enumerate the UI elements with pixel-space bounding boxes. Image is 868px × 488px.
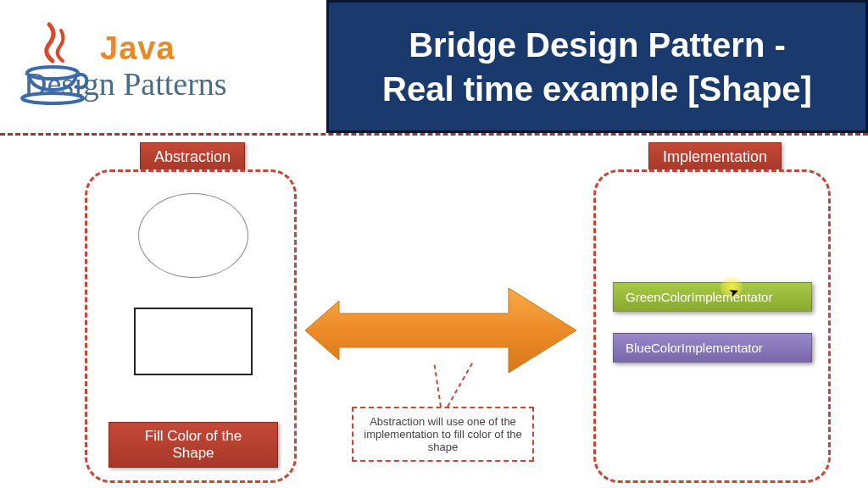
green-implementator-box: GreenColorImplementator <box>613 282 812 312</box>
svg-line-4 <box>448 362 473 407</box>
title-box: Bridge Design Pattern - Real time exampl… <box>326 0 868 133</box>
header: Java Design Patterns Bridge Design Patte… <box>0 0 868 136</box>
logo-java-text: Java <box>100 30 227 67</box>
logo-area: Java Design Patterns <box>0 0 326 133</box>
blue-implementator-box: BlueColorImplementator <box>613 333 812 363</box>
java-cup-icon <box>17 20 93 114</box>
fill-color-label: Fill Color of the Shape <box>108 422 278 468</box>
title-line-1: Bridge Design Pattern - <box>409 23 786 67</box>
svg-point-1 <box>22 93 83 103</box>
svg-line-3 <box>434 362 441 407</box>
circle-shape-icon <box>138 193 248 278</box>
abstraction-panel: Fill Color of the Shape <box>85 169 297 483</box>
implementation-panel: GreenColorImplementator BlueColorImpleme… <box>593 169 831 483</box>
diagram-canvas: Abstraction Implementation Fill Color of… <box>0 136 868 488</box>
note-connector-icon <box>432 360 483 411</box>
logo-text: Java Design Patterns <box>100 30 227 103</box>
title-line-2: Real time example [Shape] <box>382 67 812 111</box>
java-logo: Java Design Patterns <box>17 20 227 114</box>
implementation-label: Implementation <box>648 142 782 172</box>
svg-point-0 <box>27 67 78 79</box>
rectangle-shape-icon <box>134 308 253 375</box>
explanation-note: Abstraction will use one of the implemen… <box>352 407 534 462</box>
abstraction-label: Abstraction <box>140 142 245 172</box>
